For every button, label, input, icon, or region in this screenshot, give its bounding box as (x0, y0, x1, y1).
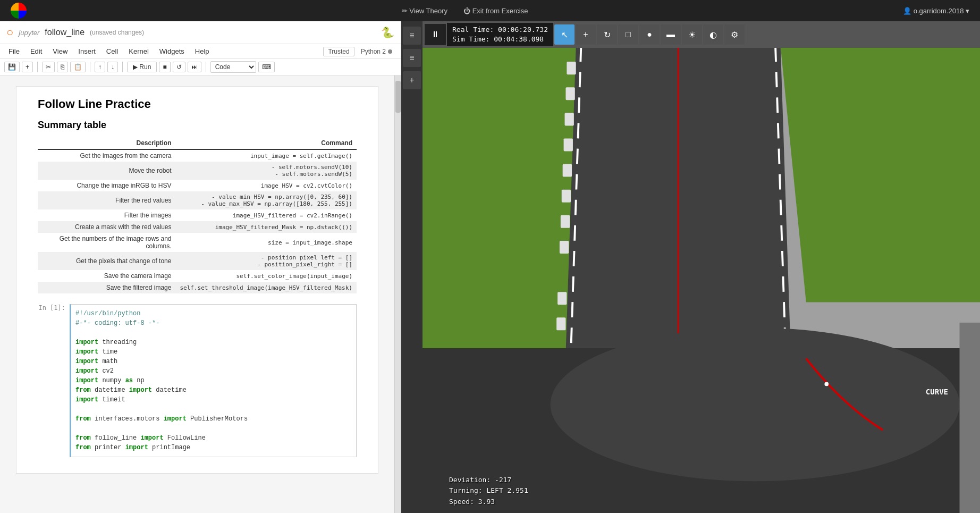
user-menu[interactable]: 👤 o.garridom.2018 ▾ (903, 7, 969, 15)
real-time-label: Real Time: (452, 26, 498, 33)
copy-button[interactable]: ⎘ (57, 62, 68, 72)
cylinder-tool-button[interactable]: ▬ (661, 24, 681, 45)
run-button[interactable]: ▶ Run (127, 62, 157, 72)
fast-forward-button[interactable]: ⏭ (188, 62, 201, 72)
main-layout: ○ jupyter follow_line (unsaved changes) … (0, 21, 980, 513)
jupyter-toolbar: 💾 + ✂ ⎘ 📋 ↑ ↓ ▶ Run ■ ↺ ⏭ Code Markdown … (0, 59, 401, 75)
svg-rect-12 (561, 215, 570, 228)
svg-point-20 (824, 382, 829, 386)
jupyter-logo-icon: ○ (6, 26, 13, 39)
table-row: Get the pixels that change of tone - pos… (38, 252, 357, 270)
paste-button[interactable]: 📋 (70, 62, 86, 72)
toolbar-separator-4 (206, 62, 206, 72)
kernel-status-dot (388, 49, 392, 54)
toolbar-separator-1 (37, 62, 38, 72)
menu-kernel[interactable]: Kernel (124, 46, 153, 56)
kernel-badge: Python 2 (357, 47, 396, 56)
toolbar-separator-3 (122, 62, 123, 72)
cell-code-content[interactable]: #!/usr/bin/python #-*- coding: utf-8 -*-… (70, 304, 357, 457)
move-up-button[interactable]: ↑ (95, 62, 105, 72)
svg-rect-11 (562, 190, 571, 203)
menu-cell[interactable]: Cell (102, 46, 122, 56)
col-description: Description (38, 137, 175, 149)
notebook-title-header: follow_line (45, 28, 85, 37)
curve-label: CURVE (926, 388, 948, 396)
trusted-badge: Trusted (323, 47, 354, 56)
sidebar-list-icon[interactable]: ≡ (403, 49, 421, 67)
table-row: Move the robot - self.motors.sendV(10)- … (38, 162, 357, 180)
real-time-value: 00:06:20.732 (498, 26, 548, 33)
jupyter-panel: ○ jupyter follow_line (unsaved changes) … (0, 21, 401, 513)
cut-button[interactable]: ✂ (42, 62, 55, 72)
settings-tool-button[interactable]: ⚙ (724, 24, 745, 45)
table-row: Filter the red values - value min HSV = … (38, 191, 357, 209)
save-button[interactable]: 💾 (4, 62, 20, 72)
menu-widgets[interactable]: Widgets (155, 46, 189, 56)
svg-point-19 (551, 328, 960, 482)
sphere-tool-button[interactable]: ● (639, 24, 660, 45)
svg-rect-10 (563, 164, 572, 177)
speed-value: 3.93 (478, 498, 495, 506)
sim-time-label: Sim Time: (452, 35, 494, 43)
svg-rect-8 (565, 113, 574, 125)
top-bar: ✏ View Theory ⏻ Exit from Exercise 👤 o.g… (0, 0, 980, 21)
menu-insert[interactable]: Insert (74, 46, 100, 56)
summary-table-heading: Summary table (38, 120, 357, 131)
deviation-display: Deviation: -217 (449, 475, 528, 486)
table-row: Get the images from the camera input_ima… (38, 149, 357, 162)
python-badge: 🐍 (381, 26, 394, 39)
toolbar-separator-2 (90, 62, 90, 72)
svg-rect-7 (565, 87, 575, 100)
speed-label: Speed: (449, 498, 478, 506)
summary-table: Description Command Get the images from … (38, 137, 357, 293)
real-time-display: Real Time: 00:06:20.732 (452, 25, 548, 35)
table-row: Create a mask with the red values image_… (38, 221, 357, 233)
exit-exercise-link[interactable]: ⏻ Exit from Exercise (463, 7, 528, 15)
insert-cell-button[interactable]: + (22, 62, 33, 72)
light-tool-button[interactable]: ◐ (703, 24, 723, 45)
sim-toolbar: ⏸ Real Time: 00:06:20.732 Sim Time: 00:0… (423, 21, 980, 48)
view-theory-link[interactable]: ✏ View Theory (402, 7, 447, 15)
table-row: Save the camera image self.set_color_ima… (38, 270, 357, 282)
svg-rect-15 (557, 292, 567, 305)
select-tool-button[interactable]: ↖ (554, 24, 575, 45)
svg-marker-2 (781, 48, 980, 302)
col-command: Command (175, 137, 357, 149)
menu-file[interactable]: File (4, 46, 24, 56)
turning-label: Turning: (449, 486, 486, 494)
box-tool-button[interactable]: □ (618, 24, 638, 45)
sim-scene: Deviation: -217 Turning: LEFT 2.951 Spee… (423, 48, 980, 513)
turning-value: LEFT 2.951 (486, 486, 528, 494)
simulator-panel: ≡ ≡ + ⏸ Real Time: 00:06:20.732 Sim Time… (401, 21, 980, 513)
deviation-label: Deviation: (449, 476, 495, 484)
menu-view[interactable]: View (48, 46, 72, 56)
restart-button[interactable]: ↺ (173, 62, 185, 72)
code-cell-1[interactable]: In [1]: #!/usr/bin/python #-*- coding: u… (38, 304, 357, 457)
scroll-thumb[interactable] (395, 81, 401, 113)
menu-help[interactable]: Help (191, 46, 214, 56)
rotate-tool-button[interactable]: ↻ (597, 24, 617, 45)
cell-type-select[interactable]: Code Markdown Raw (210, 61, 256, 73)
table-row: Save the filtered image self.set_thresho… (38, 282, 357, 293)
notebook-main-title: Follow Line Practice (38, 97, 357, 111)
pan-tool-button[interactable]: + (576, 24, 596, 45)
scroll-indicator[interactable] (394, 75, 401, 513)
svg-rect-21 (960, 323, 980, 513)
sidebar-add-icon[interactable]: + (403, 71, 421, 89)
sun-tool-button[interactable]: ☀ (682, 24, 702, 45)
pause-button[interactable]: ⏸ (425, 24, 446, 45)
unsaved-indicator: (unsaved changes) (90, 29, 144, 36)
app-logo (11, 3, 27, 19)
notebook-content[interactable]: Follow Line Practice Summary table Descr… (0, 75, 394, 513)
svg-rect-16 (556, 317, 565, 330)
move-down-button[interactable]: ↓ (107, 62, 118, 72)
keyboard-shortcuts-button[interactable]: ⌨ (258, 62, 275, 72)
jupyter-header: ○ jupyter follow_line (unsaved changes) … (0, 21, 401, 44)
menu-edit[interactable]: Edit (26, 46, 46, 56)
notebook-inner: Follow Line Practice Summary table Descr… (16, 86, 378, 474)
sidebar-menu-icon[interactable]: ≡ (403, 27, 421, 45)
table-row: Filter the images image_HSV_filtered = c… (38, 209, 357, 221)
svg-rect-13 (560, 241, 569, 254)
interrupt-button[interactable]: ■ (159, 62, 170, 72)
sim-timer: Real Time: 00:06:20.732 Sim Time: 00:04:… (447, 23, 553, 46)
